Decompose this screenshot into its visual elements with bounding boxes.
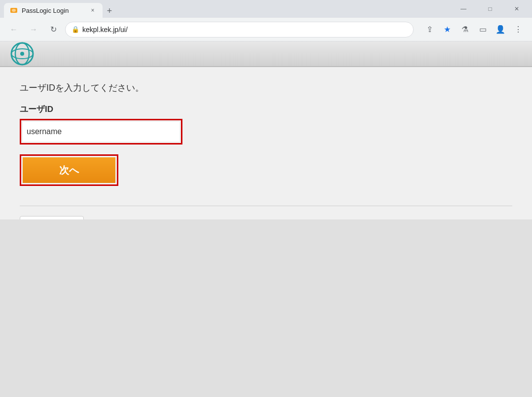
tab-close-button[interactable]: × (89, 6, 97, 14)
share-icon: ⇪ (426, 25, 433, 34)
next-button-label: 次へ (59, 164, 79, 177)
active-tab[interactable]: PassLogic Login × (4, 3, 103, 18)
close-button[interactable]: ✕ (505, 1, 528, 17)
next-button-wrapper: 次へ (20, 154, 118, 186)
back-icon: ← (10, 25, 18, 34)
restore-button[interactable]: □ (479, 1, 501, 17)
site-logo (10, 41, 35, 66)
field-label: ユーザID (20, 104, 512, 115)
extensions-button[interactable]: ⚗ (457, 22, 473, 37)
address-bar-input-wrapper: 🔒 (65, 22, 414, 37)
more-icon: ⋮ (514, 25, 522, 34)
main-content: ユーザIDを入力してください。 ユーザID 次へ ja en (0, 67, 532, 219)
bottom-area (0, 219, 532, 397)
profile-button[interactable]: 👤 (493, 22, 508, 37)
address-input[interactable] (82, 26, 407, 34)
bookmark-icon: ★ (444, 25, 451, 34)
address-bar: ← → ↻ 🔒 ⇪ ★ ⚗ ▭ 👤 (0, 18, 532, 41)
split-view-button[interactable]: ▭ (475, 22, 491, 37)
lock-icon: 🔒 (71, 26, 79, 33)
divider (20, 206, 512, 206)
page-content: ユーザIDを入力してください。 ユーザID 次へ ja en (C) Passl… (0, 41, 532, 219)
refresh-icon: ↻ (50, 25, 57, 34)
refresh-button[interactable]: ↻ (45, 22, 61, 37)
extensions-icon: ⚗ (461, 25, 468, 34)
site-header (0, 41, 532, 67)
bookmark-button[interactable]: ★ (439, 22, 455, 37)
username-input-wrapper (20, 119, 182, 144)
forward-icon: → (30, 25, 37, 34)
next-button[interactable]: 次へ (23, 157, 115, 183)
browser-window: PassLogic Login × + — □ ✕ ← → ↻ 🔒 ⇪ (0, 0, 532, 397)
address-actions: ⇪ ★ ⚗ ▭ 👤 ⋮ (422, 22, 526, 37)
minimize-button[interactable]: — (452, 1, 475, 17)
title-bar: PassLogic Login × + — □ ✕ (0, 0, 532, 18)
forward-button[interactable]: → (26, 22, 41, 37)
split-icon: ▭ (479, 25, 487, 34)
new-tab-button[interactable]: + (103, 4, 116, 18)
share-button[interactable]: ⇪ (422, 22, 437, 37)
profile-icon: 👤 (496, 25, 505, 34)
tab-bar: PassLogic Login × + (4, 0, 442, 18)
title-bar-controls: — □ ✕ (452, 1, 528, 17)
tab-title: PassLogic Login (22, 7, 69, 14)
instruction-text: ユーザIDを入力してください。 (20, 82, 512, 94)
tab-favicon (10, 6, 18, 14)
back-button[interactable]: ← (6, 22, 22, 37)
username-input[interactable] (23, 122, 179, 142)
svg-point-1 (12, 9, 16, 12)
more-menu-button[interactable]: ⋮ (510, 22, 526, 37)
svg-point-5 (20, 52, 24, 56)
